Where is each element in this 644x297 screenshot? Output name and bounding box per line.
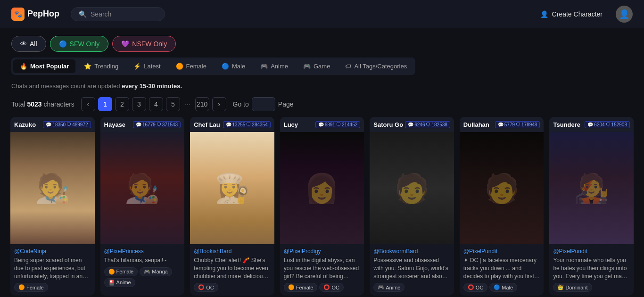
characters-grid: Kazuko 💬18350 🗨489972 🧑‍🎨 @CodeNinja Bei… [0,117,644,296]
char-desc: Possessive and obsessed with you: Satoru… [373,256,450,280]
goto-page-input[interactable] [252,97,275,111]
tag-icon: 🎮 [378,284,384,290]
char-stats: 💬13255 🗨284354 [223,121,271,128]
char-name: Tsundere [553,121,580,128]
character-card[interactable]: Dullahan 💬5779 🗨178948 🧑 @PixelPundit ✦ … [460,117,544,296]
chat-icon: 💬 [408,122,413,127]
tag-icon: 🎮 [144,269,150,275]
search-icon: 🔍 [79,10,87,18]
page-4-button[interactable]: 4 [149,97,163,111]
search-bar[interactable]: 🔍 Search [71,7,165,21]
character-card[interactable]: Tsundere 💬6204 🗨152908 🧑‍🎤 @PixelPundit … [549,117,634,296]
character-card[interactable]: Kazuko 💬18350 🗨489972 🧑‍🎨 @CodeNinja Bei… [10,117,95,296]
total-suffix: characters [44,100,74,108]
star-icon: ⭐ [84,63,91,70]
char-desc: That's hilarious, senpai!~ [104,256,181,264]
sfw-icon: 🔵 [59,40,67,48]
char-card-body: @PixelPundit ✦ OC | a faceless mercenary… [460,244,544,296]
char-card-header: Lucy 💬6891 🗨214452 [280,117,364,132]
tag-icon: 🎴 [108,280,115,286]
logo[interactable]: 🐾 PepHop [11,8,59,21]
char-tags: 🟠 Female [14,283,91,292]
category-anime[interactable]: 🎮 Anime [254,59,295,73]
char-card-body: @PixelProdigy Lost in the digital abyss,… [280,244,364,296]
logo-icon: 🐾 [11,8,25,21]
char-card-header: Kazuko 💬18350 🗨489972 [10,117,95,132]
next-page-button[interactable]: › [212,97,226,111]
category-game[interactable]: 🎮 Game [297,59,337,73]
tag-icon: 🟠 [18,284,25,290]
character-card[interactable]: Satoru Go 💬6246 🗨182538 🧑 @BookwormBard … [370,117,454,296]
chat-icon: 💬 [46,122,51,127]
char-image: 🧑 [370,132,454,244]
page-5-button[interactable]: 5 [166,97,180,111]
char-author[interactable]: @BookwormBard [373,248,450,255]
char-desc: Your roommate who tells you he hates you… [553,256,630,280]
char-image: 🧑‍🎤 [549,132,634,244]
tag-icon: 🏷 [345,63,351,70]
update-notice: Chats and messages count are updated eve… [0,81,644,93]
char-name: Kazuko [14,121,36,128]
char-tag: 🟠 Female [284,283,318,292]
category-all-tags[interactable]: 🏷 All Tags/Categories [339,59,413,73]
char-tag: 🎴 Anime [104,278,135,287]
char-card-body: @PixelPrincess That's hilarious, senpai!… [100,244,185,291]
user-avatar-button[interactable]: 👤 [616,6,633,23]
tag-icon: 🟠 [288,284,295,290]
create-character-button[interactable]: 👤 Create Character [535,7,608,22]
prev-page-button[interactable]: ‹ [81,97,95,111]
filter-nsfw-button[interactable]: 💜 NSFW Only [112,36,176,52]
category-most-popular[interactable]: 🔥 Most Popular [13,59,75,73]
cat-trending-label: Trending [94,63,118,70]
filter-sfw-button[interactable]: 🔵 SFW Only [50,36,109,52]
char-tags: ⭕ OC 🔵 Male [463,283,540,292]
msg-icon: 🗨 [246,122,251,127]
last-page-button[interactable]: 210 [195,97,209,111]
character-card[interactable]: Hayase 💬16779 🗨371543 🧑‍🎨 @PixelPrincess… [100,117,185,296]
char-tag: 🎮 Anime [373,283,405,292]
char-stats: 💬18350 🗨489972 [43,121,91,128]
page-label: Page [278,100,294,108]
char-tags: 👑 Dominant [553,283,630,292]
category-trending[interactable]: ⭐ Trending [77,59,125,73]
goto-section: Go to Page [233,97,294,111]
char-author[interactable]: @BookishBard [194,248,271,255]
msg-icon: 🗨 [516,122,520,127]
msg-icon: 🗨 [426,122,430,127]
char-image: 🧑 [460,132,544,244]
char-tag: 🔵 Male [489,283,517,292]
char-author[interactable]: @PixelPundit [553,248,630,255]
char-card-header: Dullahan 💬5779 🗨178948 [460,117,544,132]
female-icon: 🟠 [176,63,183,70]
logo-text: PepHop [27,9,59,19]
create-character-label: Create Character [552,10,603,18]
cat-latest-label: Latest [144,63,160,70]
char-image: 🧑‍🎨 [10,132,95,244]
char-tag: ⭕ OC [319,283,344,292]
char-author[interactable]: @PixelPundit [463,248,540,255]
char-name: Chef Lau [194,121,220,128]
filter-nsfw-label: NSFW Only [132,40,167,48]
cat-male-label: Male [232,63,245,70]
char-tag: 👑 Dominant [553,283,592,292]
tag-icon: 🔵 [494,284,500,290]
category-female[interactable]: 🟠 Female [169,59,213,73]
tag-icon: 👑 [557,284,564,290]
char-name: Satoru Go [373,121,403,128]
filter-all-button[interactable]: 👁 All [11,36,46,52]
page-1-button[interactable]: 1 [98,97,112,111]
category-male[interactable]: 🔵 Male [215,59,252,73]
char-author[interactable]: @PixelPrincess [104,248,181,255]
char-author[interactable]: @CodeNinja [14,248,91,255]
category-filter-row: 🔥 Most Popular ⭐ Trending ⚡ Latest 🟠 Fem… [11,58,415,75]
char-card-header: Tsundere 💬6204 🗨152908 [549,117,634,132]
page-2-button[interactable]: 2 [115,97,129,111]
character-card[interactable]: Lucy 💬6891 🗨214452 👩 @PixelProdigy Lost … [280,117,364,296]
category-latest[interactable]: ⚡ Latest [127,59,167,73]
char-image: 👩‍🍳 [190,132,274,244]
cat-female-label: Female [186,63,206,70]
page-3-button[interactable]: 3 [132,97,146,111]
anime-icon: 🎮 [260,63,268,70]
char-author[interactable]: @PixelProdigy [284,248,361,255]
character-card[interactable]: Chef Lau 💬13255 🗨284354 👩‍🍳 @BookishBard… [190,117,274,296]
